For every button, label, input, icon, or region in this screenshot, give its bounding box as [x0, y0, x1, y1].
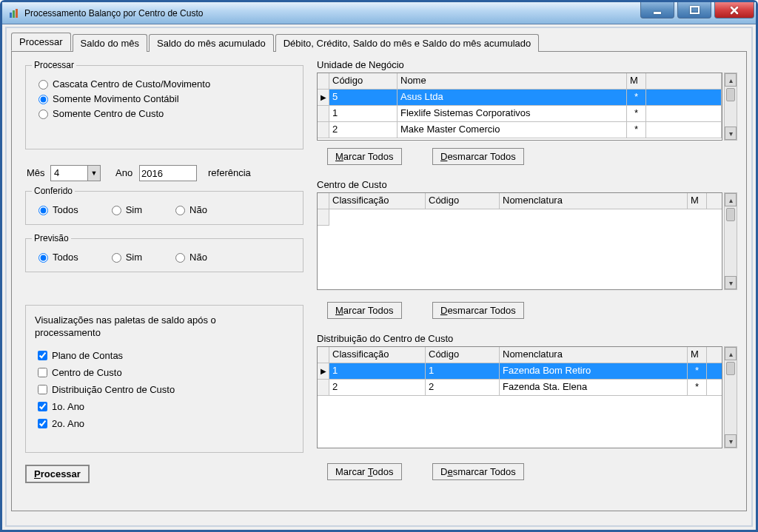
distrib-label: Distribuição do Centro de Custo	[317, 333, 453, 344]
referencia-label: referência	[208, 167, 251, 178]
tab-saldo-mes-acum[interactable]: Saldo do mês acumulado	[149, 34, 274, 52]
distrib-marcar-todos-button[interactable]: Marcar Todos	[327, 463, 402, 480]
col-codigo[interactable]: Código	[426, 347, 500, 363]
check-distribuicao-cc[interactable]: Distribuição Centro de Custo	[35, 383, 294, 397]
scroll-thumb[interactable]	[726, 88, 735, 101]
col-m[interactable]: M	[627, 73, 646, 89]
tab-headers: Processar Saldo do mês Saldo do mês acum…	[11, 33, 747, 51]
unidade-label: Unidade de Negócio	[317, 59, 404, 70]
tab-processar[interactable]: Processar	[11, 33, 71, 51]
tab-saldo-mes[interactable]: Saldo do mês	[73, 34, 148, 52]
radio-cascata-label: Cascata Centro de Custo/Movimento	[53, 78, 210, 90]
centro-custo-desmarcar-todos-button[interactable]: Desmarcar Todos	[432, 302, 524, 319]
scroll-up-icon[interactable]: ▴	[725, 193, 737, 206]
check-1o-ano[interactable]: 1o. Ano	[35, 400, 294, 414]
previsao-nao[interactable]: Não	[172, 251, 207, 263]
current-record-icon	[318, 363, 329, 379]
previsao-group: Previsão Todos Sim Não	[25, 238, 303, 272]
scroll-up-icon[interactable]: ▴	[725, 73, 737, 87]
mes-label: Mês	[27, 167, 45, 178]
svg-rect-2	[16, 9, 18, 18]
scroll-thumb[interactable]	[726, 362, 735, 375]
distrib-scrollbar[interactable]: ▴ ▾	[724, 346, 737, 448]
maximize-button[interactable]	[677, 2, 711, 18]
radio-cascata-input[interactable]	[38, 80, 48, 90]
table-row[interactable]: 2 Make Master Comercio *	[318, 122, 722, 138]
conferido-nao[interactable]: Não	[172, 203, 207, 215]
ano-input[interactable]	[139, 165, 197, 181]
centro-custo-label: Centro de Custo	[317, 179, 387, 190]
radio-cascata[interactable]: Cascata Centro de Custo/Movimento	[35, 78, 294, 90]
radio-somente-mov[interactable]: Somente Movimento Contábil	[35, 92, 294, 104]
svg-rect-4	[691, 7, 699, 13]
unidade-scrollbar[interactable]: ▴ ▾	[724, 73, 737, 141]
svg-rect-1	[13, 10, 15, 18]
tab-body: Processar Cascata Centro de Custo/Movime…	[11, 51, 747, 511]
processar-button[interactable]: Processar	[25, 465, 90, 483]
radio-somente-cc-label: Somente Centro de Custo	[53, 108, 164, 119]
conferido-group: Conferido Todos Sim Não	[25, 191, 303, 225]
app-icon	[8, 7, 20, 19]
record-indicator	[318, 209, 329, 226]
radio-somente-mov-label: Somente Movimento Contábil	[53, 93, 179, 104]
tab-control: Processar Saldo do mês Saldo do mês acum…	[11, 33, 747, 511]
processar-legend: Processar	[32, 60, 76, 70]
ano-label: Ano	[115, 167, 133, 178]
check-plano-contas[interactable]: Plano de Contas	[35, 349, 294, 363]
check-2o-ano[interactable]: 2o. Ano	[35, 417, 294, 431]
scroll-down-icon[interactable]: ▾	[725, 276, 737, 289]
mes-combo[interactable]: 4 ▼	[50, 165, 101, 181]
distrib-grid[interactable]: Classificação Código Nomenclatura M 1 1 …	[317, 346, 722, 448]
window-controls	[640, 2, 756, 18]
titlebar: Processamento Balanço por Centro de Cust…	[2, 2, 756, 24]
visualizacoes-group: Visualizações nas paletas de saldo após …	[25, 305, 303, 453]
scroll-thumb[interactable]	[726, 208, 735, 221]
previsao-legend: Previsão	[32, 233, 71, 243]
svg-rect-3	[654, 12, 661, 14]
chevron-down-icon[interactable]: ▼	[87, 165, 101, 181]
processar-group: Processar Cascata Centro de Custo/Movime…	[25, 65, 303, 149]
radio-somente-cc-input[interactable]	[38, 110, 48, 119]
close-button[interactable]	[714, 2, 754, 18]
col-classificacao[interactable]: Classificação	[329, 347, 426, 363]
scroll-down-icon[interactable]: ▾	[725, 434, 737, 448]
conferido-sim[interactable]: Sim	[108, 203, 142, 215]
table-row[interactable]: 1 Flexlife Sistemas Corporativos *	[318, 106, 722, 122]
client-area: Processar Saldo do mês Saldo do mês acum…	[5, 27, 753, 527]
unidade-grid[interactable]: Código Nome M 5 Asus Ltda *	[317, 73, 722, 141]
window-title: Processamento Balanço por Centro de Cust…	[24, 8, 203, 18]
tab-saldo-full[interactable]: Débito, Crédito, Saldo do mês e Saldo do…	[275, 34, 540, 52]
minimize-button[interactable]	[640, 2, 674, 18]
col-m[interactable]: M	[688, 193, 707, 209]
centro-custo-marcar-todos-button[interactable]: Marcar Todos	[327, 302, 402, 319]
conferido-todos[interactable]: Todos	[35, 203, 78, 215]
svg-rect-0	[10, 13, 12, 18]
col-m[interactable]: M	[688, 347, 707, 363]
mes-value: 4	[50, 165, 87, 181]
distrib-desmarcar-todos-button[interactable]: Desmarcar Todos	[432, 463, 524, 480]
check-centro-custo[interactable]: Centro de Custo	[35, 366, 294, 380]
unidade-marcar-todos-button[interactable]: Marcar Todos	[327, 148, 402, 165]
col-codigo[interactable]: Código	[426, 193, 500, 209]
table-row[interactable]: 2 2 Fazenda Sta. Elena *	[318, 380, 722, 396]
col-nomenclatura[interactable]: Nomenclatura	[500, 193, 688, 209]
col-nome[interactable]: Nome	[398, 73, 627, 89]
col-classificacao[interactable]: Classificação	[329, 193, 426, 209]
radio-somente-mov-input[interactable]	[38, 95, 48, 104]
previsao-sim[interactable]: Sim	[108, 251, 142, 263]
col-codigo[interactable]: Código	[329, 73, 398, 89]
scroll-down-icon[interactable]: ▾	[725, 127, 737, 140]
conferido-legend: Conferido	[32, 186, 75, 196]
window-frame: Processamento Balanço por Centro de Cust…	[0, 0, 758, 532]
table-row[interactable]: 1 1 Fazenda Bom Retiro *	[318, 363, 722, 380]
col-nomenclatura[interactable]: Nomenclatura	[500, 347, 688, 363]
record-indicator-header	[318, 73, 329, 89]
scroll-up-icon[interactable]: ▴	[725, 347, 737, 360]
centro-custo-grid[interactable]: Classificação Código Nomenclatura M	[317, 192, 722, 290]
table-row[interactable]: 5 Asus Ltda *	[318, 90, 722, 106]
current-record-icon	[318, 90, 329, 105]
radio-somente-cc[interactable]: Somente Centro de Custo	[35, 107, 294, 119]
previsao-todos[interactable]: Todos	[35, 251, 78, 263]
unidade-desmarcar-todos-button[interactable]: Desmarcar Todos	[432, 148, 524, 165]
centro-custo-scrollbar[interactable]: ▴ ▾	[724, 192, 737, 290]
